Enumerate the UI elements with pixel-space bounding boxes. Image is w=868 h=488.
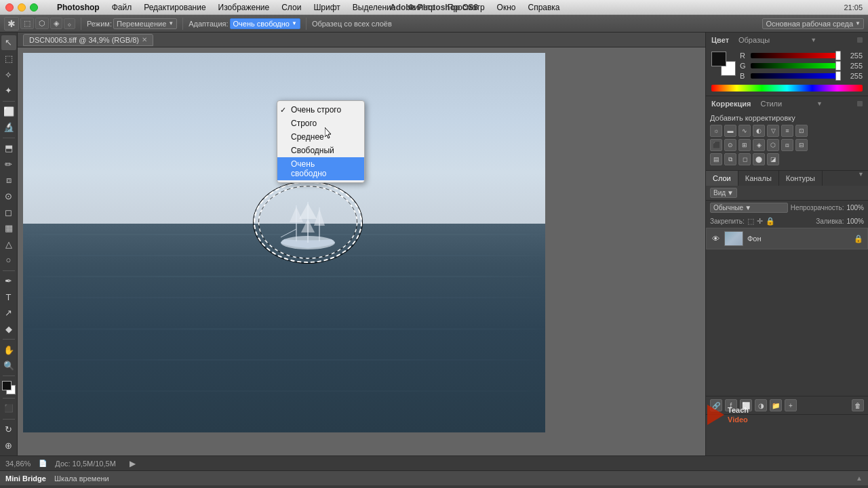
playback-btn[interactable]: ▶ (130, 459, 136, 468)
doc-tab-close[interactable]: ✕ (142, 36, 147, 43)
tool-history[interactable]: ⊙ (1, 189, 16, 204)
lock-move-icon[interactable]: ✛ (757, 217, 763, 226)
dropdown-item-medium[interactable]: Среднее (277, 130, 364, 144)
tool-hand[interactable]: ✋ (1, 342, 16, 357)
adapt-dropdown[interactable]: Очень свободно ▼ (230, 18, 300, 29)
tool-shape[interactable]: ◆ (1, 322, 16, 337)
tool-preset-btn[interactable]: ✱ (4, 17, 19, 30)
mini-bridge-tab[interactable]: Mini Bridge (5, 474, 46, 483)
menu-font[interactable]: Шрифт (308, 1, 345, 14)
tool-lasso[interactable]: ⟡ (1, 67, 16, 82)
workspace-dropdown[interactable]: Основная рабочая среда ▼ (762, 18, 864, 29)
tool-text[interactable]: T (1, 289, 16, 304)
corr-photo[interactable]: ⊙ (724, 139, 736, 151)
corr-posterize[interactable]: ⧈ (781, 139, 793, 151)
corr-colorbalance[interactable]: ⊡ (795, 125, 808, 137)
tool-brush[interactable]: ✏ (1, 157, 16, 171)
tool-3d-pan[interactable]: ⊕ (1, 438, 16, 453)
layers-view-control[interactable]: Вид ▼ (710, 188, 737, 198)
color-panel-collapse[interactable]: ▼ (810, 37, 816, 43)
green-slider[interactable] (751, 63, 841, 68)
delete-layer-btn[interactable]: 🗑 (852, 399, 864, 411)
doc-tab-item[interactable]: DSCN0063.tiff @ 34,9% (RGB/8) ✕ (23, 34, 153, 46)
tool-marquee[interactable]: ⬚ (1, 52, 16, 66)
tool-pen[interactable]: ✒ (1, 274, 16, 289)
tool-icon4-btn[interactable]: ⬦ (64, 18, 75, 29)
dropdown-item-free[interactable]: Свободный (277, 144, 364, 157)
lock-all-icon[interactable]: 🔒 (766, 217, 775, 226)
correction-panel-header[interactable]: Коррекция Стили ▼ (706, 96, 868, 111)
timeline-tab[interactable]: Шкала времени (54, 474, 109, 483)
g-value: 255 (844, 62, 863, 70)
foreground-color-box[interactable] (711, 52, 726, 66)
blue-slider[interactable] (751, 73, 841, 79)
dropdown-item-strict[interactable]: Строго (277, 117, 364, 130)
layer-item-bg[interactable]: 👁 Фон 🔒 (706, 228, 868, 249)
tool-heal[interactable]: ⬒ (1, 141, 16, 156)
tool-eraser[interactable]: ◻ (1, 205, 16, 220)
lock-pixel-icon[interactable]: ⬚ (747, 217, 754, 226)
corr-levels[interactable]: ▬ (724, 125, 736, 137)
tool-icon-btn[interactable]: ⬚ (20, 18, 34, 29)
menu-image[interactable]: Изображение (213, 1, 275, 14)
menu-file[interactable]: Файл (106, 1, 138, 14)
red-slider[interactable] (751, 53, 841, 58)
tool-zoom[interactable]: 🔍 (1, 359, 16, 373)
corr-hsl[interactable]: ≡ (781, 125, 793, 137)
dropdown-item-very-free[interactable]: Очень свободно (277, 157, 364, 180)
maximize-button[interactable] (30, 3, 38, 12)
corr-5[interactable]: ◻ (738, 153, 751, 165)
tool-icon3-btn[interactable]: ◈ (50, 18, 62, 29)
corr-exposure[interactable]: ◐ (753, 125, 765, 137)
mini-bridge-collapse[interactable]: ▲ (856, 474, 863, 482)
tool-blur[interactable]: △ (1, 237, 16, 251)
dropdown-item-very-strict[interactable]: ✓ Очень строго (277, 103, 364, 117)
color-panel-header[interactable]: Цвет Образцы ▼ (706, 33, 868, 47)
layer-visibility-toggle[interactable]: 👁 (711, 234, 720, 243)
tool-dodge[interactable]: ○ (1, 253, 16, 268)
corr-vibrance[interactable]: ▽ (767, 125, 779, 137)
tool-3d-rotate[interactable]: ↻ (1, 422, 16, 437)
corr-invert[interactable]: ⬡ (767, 139, 779, 151)
canvas-container[interactable]: ✓ Очень строго Строго Среднее Свободный … (18, 47, 705, 455)
fg-bg-colors[interactable] (711, 52, 736, 76)
tool-icon2-btn[interactable]: ⬡ (35, 18, 49, 29)
menu-layers[interactable]: Слои (276, 1, 307, 14)
menu-help[interactable]: Справка (522, 1, 565, 14)
tool-eyedropper[interactable]: 🔬 (1, 120, 16, 135)
tab-paths[interactable]: Контуры (779, 171, 823, 186)
color-panel-drag[interactable] (857, 37, 863, 43)
tool-crop[interactable]: ⬜ (1, 104, 16, 119)
tab-layers[interactable]: Слои (706, 171, 738, 186)
tool-clone[interactable]: ⧈ (1, 173, 16, 188)
mode-dropdown[interactable]: Перемещение ▼ (113, 18, 177, 29)
blend-mode-control[interactable]: Обычные ▼ (710, 203, 788, 213)
fg-bg-color-selector[interactable] (1, 380, 16, 395)
corr-colorlookup[interactable]: ◈ (753, 139, 765, 151)
corr-gradient-map[interactable]: ▤ (710, 153, 722, 165)
correction-collapse[interactable]: ▼ (816, 100, 823, 107)
color-spectrum[interactable] (711, 85, 863, 92)
tab-channels[interactable]: Каналы (738, 171, 779, 186)
menu-window[interactable]: Окно (492, 1, 521, 14)
menu-edit[interactable]: Редактирование (138, 1, 211, 14)
corr-curves[interactable]: ∿ (738, 125, 751, 137)
corr-threshold[interactable]: ⊟ (795, 139, 808, 151)
tool-move[interactable]: ↖ (1, 35, 16, 50)
corr-brightness[interactable]: ☼ (710, 125, 722, 137)
corr-bw[interactable]: ⬛ (710, 139, 722, 151)
tool-gradient[interactable]: ▦ (1, 221, 16, 236)
corr-7[interactable]: ◪ (767, 153, 779, 165)
corr-6[interactable]: ⬤ (753, 153, 765, 165)
tool-wand[interactable]: ✦ (1, 83, 16, 98)
close-button[interactable] (5, 3, 14, 12)
fill-value: 100% (846, 218, 864, 225)
minimize-button[interactable] (18, 3, 26, 12)
tool-mode[interactable]: ⬛ (1, 401, 16, 416)
corr-mixer[interactable]: ⊞ (738, 139, 751, 151)
tool-path-select[interactable]: ↗ (1, 306, 16, 321)
layers-collapse[interactable]: ▼ (858, 171, 868, 186)
new-layer-btn[interactable]: + (785, 399, 797, 411)
corr-selective-color[interactable]: ⧉ (724, 153, 736, 165)
correction-drag[interactable] (857, 101, 863, 106)
